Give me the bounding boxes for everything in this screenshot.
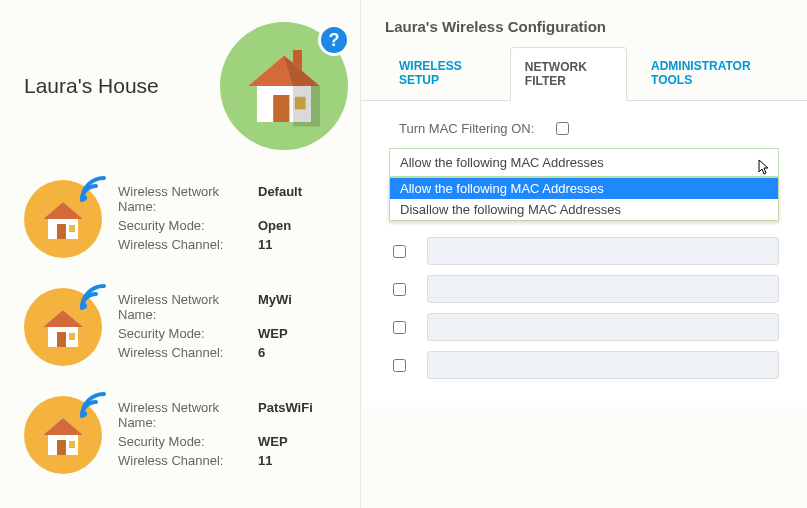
mac-address-rows	[389, 237, 779, 379]
mac-entry-row	[389, 351, 779, 379]
network-list: Wireless Network Name:Default Security M…	[24, 180, 348, 474]
svg-rect-14	[69, 333, 75, 340]
house-avatar: ?	[220, 22, 348, 150]
mac-entry-checkbox[interactable]	[393, 359, 406, 372]
security-mode-value: WEP	[258, 326, 288, 341]
wireless-channel-value: 11	[258, 237, 272, 252]
network-name-label: Wireless Network Name:	[118, 400, 258, 430]
network-name-value: MyWi	[258, 292, 292, 322]
network-row[interactable]: Wireless Network Name:PatsWiFi Security …	[24, 396, 348, 474]
panel-title: Laura's Wireless Configuration	[361, 0, 807, 47]
wireless-channel-value: 6	[258, 345, 265, 360]
mac-filter-toggle-row: Turn MAC Filtering ON:	[399, 119, 779, 138]
house-icon	[239, 41, 329, 131]
mac-entry-input[interactable]	[427, 237, 779, 265]
security-mode-label: Security Mode:	[118, 434, 258, 449]
house-title: Laura's House	[24, 74, 159, 98]
svg-rect-18	[57, 440, 66, 455]
tab-administrator-tools[interactable]: ADMINISTRATOR TOOLS	[637, 47, 783, 100]
mac-filter-checkbox[interactable]	[556, 122, 569, 135]
svg-rect-8	[57, 224, 66, 239]
network-name-label: Wireless Network Name:	[118, 184, 258, 214]
svg-rect-9	[69, 225, 75, 232]
network-name-value: Default	[258, 184, 302, 214]
network-avatar	[24, 396, 102, 474]
mac-entry-input[interactable]	[427, 275, 779, 303]
mac-filter-toggle-label: Turn MAC Filtering ON:	[399, 121, 534, 136]
wifi-icon	[76, 280, 110, 314]
wireless-channel-value: 11	[258, 453, 272, 468]
help-icon[interactable]: ?	[318, 24, 350, 56]
mac-entry-input[interactable]	[427, 313, 779, 341]
network-info: Wireless Network Name:PatsWiFi Security …	[118, 396, 348, 472]
tab-wireless-setup[interactable]: WIRELESS SETUP	[385, 47, 500, 100]
wireless-channel-label: Wireless Channel:	[118, 453, 258, 468]
house-header: Laura's House ?	[24, 22, 348, 150]
mac-mode-option[interactable]: Disallow the following MAC Addresses	[390, 199, 778, 220]
network-avatar	[24, 288, 102, 366]
network-row[interactable]: Wireless Network Name:Default Security M…	[24, 180, 348, 258]
mac-entry-row	[389, 237, 779, 265]
mac-mode-select[interactable]: Allow the following MAC Addresses Allow …	[389, 148, 779, 177]
svg-point-15	[81, 303, 87, 309]
network-info: Wireless Network Name:Default Security M…	[118, 180, 348, 256]
network-name-value: PatsWiFi	[258, 400, 313, 430]
tab-body-network-filter: Turn MAC Filtering ON: Allow the followi…	[361, 101, 807, 407]
security-mode-value: Open	[258, 218, 291, 233]
security-mode-label: Security Mode:	[118, 218, 258, 233]
left-sidebar: Laura's House ?	[0, 0, 360, 508]
mac-mode-options: Allow the following MAC AddressesDisallo…	[389, 177, 779, 221]
svg-rect-13	[57, 332, 66, 347]
wifi-icon	[76, 388, 110, 422]
svg-rect-19	[69, 441, 75, 448]
security-mode-label: Security Mode:	[118, 326, 258, 341]
network-name-label: Wireless Network Name:	[118, 292, 258, 322]
mac-entry-input[interactable]	[427, 351, 779, 379]
svg-point-20	[81, 411, 87, 417]
mac-entry-checkbox[interactable]	[393, 245, 406, 258]
wifi-icon	[76, 172, 110, 206]
mac-entry-checkbox[interactable]	[393, 321, 406, 334]
config-panel: Laura's Wireless Configuration WIRELESS …	[360, 0, 807, 508]
wireless-channel-label: Wireless Channel:	[118, 237, 258, 252]
tab-bar: WIRELESS SETUP NETWORK FILTER ADMINISTRA…	[361, 47, 807, 101]
network-avatar	[24, 180, 102, 258]
tab-network-filter[interactable]: NETWORK FILTER	[510, 47, 627, 101]
mac-entry-row	[389, 275, 779, 303]
mac-mode-option[interactable]: Allow the following MAC Addresses	[390, 178, 778, 199]
svg-point-10	[81, 195, 87, 201]
security-mode-value: WEP	[258, 434, 288, 449]
svg-rect-3	[273, 95, 289, 122]
mac-mode-selected[interactable]: Allow the following MAC Addresses	[389, 148, 779, 177]
network-info: Wireless Network Name:MyWi Security Mode…	[118, 288, 348, 364]
network-row[interactable]: Wireless Network Name:MyWi Security Mode…	[24, 288, 348, 366]
mac-entry-row	[389, 313, 779, 341]
wireless-channel-label: Wireless Channel:	[118, 345, 258, 360]
mac-entry-checkbox[interactable]	[393, 283, 406, 296]
